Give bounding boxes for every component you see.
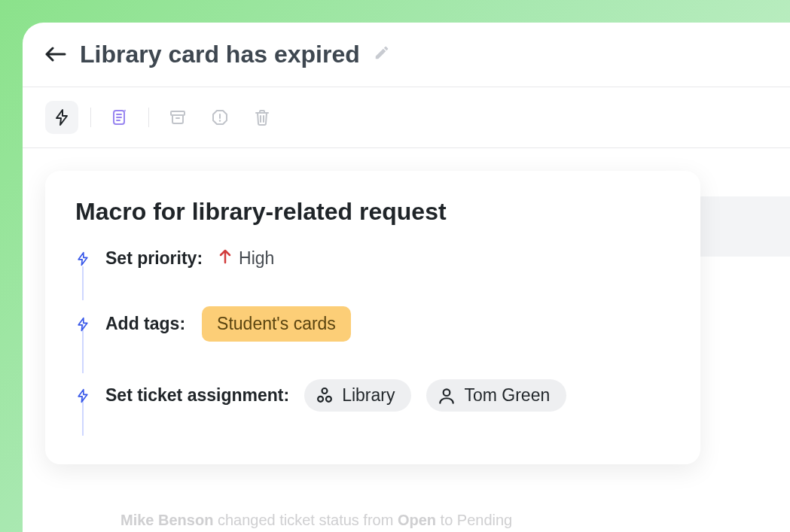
priority-value: High	[219, 248, 274, 269]
person-chip-label: Tom Green	[464, 385, 550, 406]
archive-toolbar-button[interactable]	[161, 101, 194, 134]
bolt-icon	[75, 388, 90, 403]
svg-point-10	[322, 388, 328, 394]
svg-point-11	[318, 396, 323, 401]
person-icon	[437, 386, 456, 406]
activity-actor: Mike Benson	[120, 512, 213, 528]
back-arrow-icon[interactable]	[45, 44, 66, 65]
trash-toolbar-button[interactable]	[246, 101, 279, 134]
activity-text: to	[436, 512, 457, 528]
ticket-panel: Library card has expired	[23, 23, 790, 532]
activity-log-entry: Mike Benson changed ticket status from O…	[120, 512, 512, 529]
activity-from-status: Open	[398, 512, 436, 528]
group-icon	[315, 386, 334, 406]
arrow-up-icon	[219, 249, 231, 269]
macro-card: Macro for library-related request Set pr…	[45, 171, 700, 464]
tag-pill[interactable]: Student's cards	[202, 306, 351, 342]
spam-toolbar-button[interactable]	[203, 101, 236, 134]
priority-text: High	[239, 248, 274, 269]
group-chip[interactable]: Library	[304, 379, 411, 412]
notes-toolbar-button[interactable]	[103, 101, 136, 134]
svg-point-13	[444, 389, 450, 396]
group-chip-label: Library	[342, 385, 395, 406]
toolbar	[23, 87, 790, 148]
svg-point-12	[326, 396, 331, 401]
connector-line	[82, 266, 84, 300]
bolt-icon	[75, 317, 90, 332]
svg-point-7	[219, 120, 221, 121]
assignment-label: Set ticket assignment:	[105, 385, 289, 406]
activity-text: changed ticket status from	[213, 512, 398, 528]
pencil-icon[interactable]	[374, 44, 390, 65]
priority-label: Set priority:	[105, 248, 203, 269]
macro-step-tags: Add tags: Student's cards	[75, 306, 670, 379]
toolbar-divider	[90, 108, 91, 127]
svg-rect-4	[171, 111, 185, 115]
bolt-icon	[75, 251, 90, 266]
macro-step-assignment: Set ticket assignment: Library	[75, 379, 670, 434]
header: Library card has expired	[23, 41, 790, 87]
macro-toolbar-button[interactable]	[45, 101, 78, 134]
page-title: Library card has expired	[80, 41, 360, 68]
person-chip[interactable]: Tom Green	[426, 379, 566, 412]
macro-title: Macro for library-related request	[75, 198, 670, 226]
activity-to-status: Pending	[457, 512, 512, 528]
tags-label: Add tags:	[105, 314, 185, 334]
macro-step-priority: Set priority: High	[75, 248, 670, 306]
body-area: Macro for library-related request Set pr…	[23, 148, 790, 487]
toolbar-divider	[148, 108, 149, 127]
